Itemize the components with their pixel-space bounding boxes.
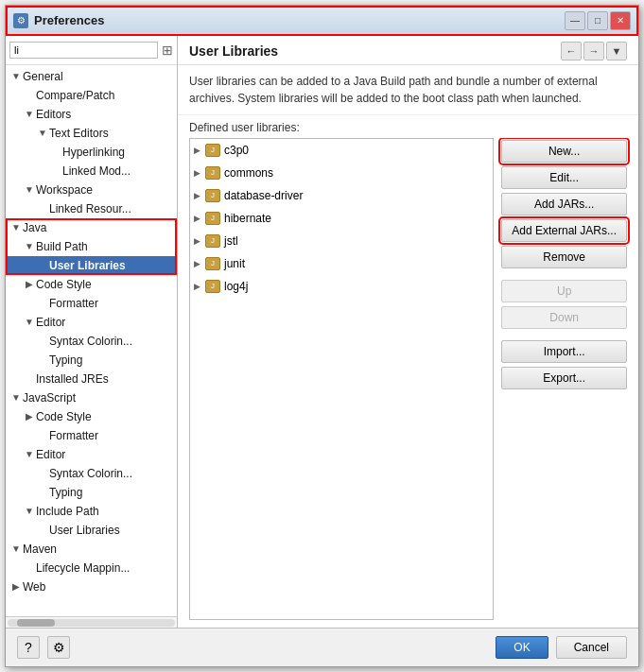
tree-item-web[interactable]: ▶ Web xyxy=(6,577,177,596)
tree-item-build-path[interactable]: ▼ Build Path xyxy=(6,237,177,256)
lib-name-commons: commons xyxy=(224,164,273,182)
tree-item-linked-mode[interactable]: Linked Mod... xyxy=(6,162,177,181)
window-title: Preferences xyxy=(34,13,104,27)
tree-item-js-user-libraries[interactable]: User Libraries xyxy=(6,521,177,540)
settings-icon-button[interactable]: ⚙ xyxy=(47,636,70,659)
ok-button[interactable]: OK xyxy=(496,636,548,659)
library-content: ▶ J c3p0 ▶ J commons ▶ J database-driver xyxy=(178,138,638,628)
tree-item-js-typing[interactable]: Typing xyxy=(6,483,177,502)
add-jars-button[interactable]: Add JARs... xyxy=(501,193,627,215)
tree-item-typing[interactable]: Typing xyxy=(6,351,177,370)
expander-js-editor[interactable]: ▼ xyxy=(23,446,36,463)
lib-expander-commons[interactable]: ▶ xyxy=(194,164,205,182)
expander-editor[interactable]: ▼ xyxy=(23,314,36,331)
tree-item-maven[interactable]: ▼ Maven xyxy=(6,540,177,559)
expander-javascript[interactable]: ▼ xyxy=(9,389,23,406)
add-external-jars-button[interactable]: Add External JARs... xyxy=(501,219,627,242)
tree-label-lifecycle-mapping: Lifecycle Mappin... xyxy=(36,560,130,577)
tree-item-javascript[interactable]: ▼ JavaScript xyxy=(6,388,177,407)
tree-item-include-path[interactable]: ▼ Include Path xyxy=(6,502,177,521)
maximize-button[interactable]: □ xyxy=(587,11,608,30)
expander-text-editors[interactable]: ▼ xyxy=(36,125,49,142)
expander-maven[interactable]: ▼ xyxy=(9,541,23,558)
tree-item-hyperlinking[interactable]: Hyperlinking xyxy=(6,143,177,162)
tree-label-build-path: Build Path xyxy=(36,238,88,255)
preferences-window: ⚙ Preferences — □ ✕ ⊞ ▼ General xyxy=(5,5,639,667)
left-panel: ⊞ ▼ General Compare/Patch xyxy=(6,36,178,628)
expander-java[interactable]: ▼ xyxy=(9,219,23,236)
minimize-button[interactable]: — xyxy=(565,11,585,30)
lib-row-jstl[interactable]: ▶ J jstl xyxy=(190,230,493,252)
tree-item-workspace[interactable]: ▼ Workspace xyxy=(6,181,177,199)
left-scrollbar[interactable] xyxy=(6,616,177,628)
lib-icon-database-driver: J xyxy=(205,189,220,202)
tree-label-include-path: Include Path xyxy=(36,503,99,520)
tree-item-syntax-coloring[interactable]: Syntax Colorin... xyxy=(6,332,177,351)
tree-item-general[interactable]: ▼ General xyxy=(6,67,177,86)
lib-expander-hibernate[interactable]: ▶ xyxy=(194,209,205,228)
lib-expander-junit[interactable]: ▶ xyxy=(194,254,205,273)
tree-item-js-code-style[interactable]: ▶ Code Style xyxy=(6,407,177,426)
expander-include-path[interactable]: ▼ xyxy=(23,503,36,520)
lib-row-junit[interactable]: ▶ J junit xyxy=(190,252,493,275)
new-button[interactable]: New... xyxy=(501,140,627,163)
nav-back-button[interactable]: ← xyxy=(561,42,582,60)
nav-dropdown-button[interactable]: ▼ xyxy=(606,42,627,60)
expander-build-path[interactable]: ▼ xyxy=(23,238,36,255)
tree-item-java[interactable]: ▼ Java xyxy=(6,218,177,237)
import-button[interactable]: Import... xyxy=(501,340,627,363)
expander-general[interactable]: ▼ xyxy=(9,68,23,85)
search-input[interactable] xyxy=(9,42,158,59)
tree-item-installed-jres[interactable]: Installed JREs xyxy=(6,370,177,388)
expander-editors[interactable]: ▼ xyxy=(23,106,36,123)
close-button[interactable]: ✕ xyxy=(610,11,631,30)
tree-item-editor[interactable]: ▼ Editor xyxy=(6,313,177,332)
tree-label-syntax-coloring: Syntax Colorin... xyxy=(49,333,132,350)
export-button[interactable]: Export... xyxy=(501,367,627,389)
remove-button[interactable]: Remove xyxy=(501,246,627,268)
tree-item-text-editors[interactable]: ▼ Text Editors xyxy=(6,124,177,143)
title-bar: ⚙ Preferences — □ ✕ xyxy=(6,6,638,36)
tree-label-typing: Typing xyxy=(49,352,82,369)
expander-js-code-style[interactable]: ▶ xyxy=(23,408,36,425)
tree-item-formatter[interactable]: Formatter xyxy=(6,294,177,313)
tree-item-js-editor[interactable]: ▼ Editor xyxy=(6,445,177,464)
expander-web[interactable]: ▶ xyxy=(9,578,23,595)
tree-item-linked-resources[interactable]: Linked Resour... xyxy=(6,199,177,218)
search-icon[interactable]: ⊞ xyxy=(162,43,173,58)
tree-label-js-formatter: Formatter xyxy=(49,427,98,444)
tree-label-editors: Editors xyxy=(36,106,71,123)
tree-item-lifecycle-mapping[interactable]: Lifecycle Mappin... xyxy=(6,559,177,577)
tree-item-js-formatter[interactable]: Formatter xyxy=(6,426,177,445)
up-button[interactable]: Up xyxy=(501,280,627,302)
lib-expander-jstl[interactable]: ▶ xyxy=(194,232,205,250)
down-button[interactable]: Down xyxy=(501,306,627,329)
tree-item-user-libraries[interactable]: User Libraries xyxy=(6,256,177,275)
tree-item-code-style[interactable]: ▶ Code Style xyxy=(6,275,177,294)
footer-right: OK Cancel xyxy=(496,636,627,659)
lib-name-log4j: log4j xyxy=(224,277,248,296)
lib-row-c3p0[interactable]: ▶ J c3p0 xyxy=(190,139,493,162)
nav-forward-button[interactable]: → xyxy=(583,42,604,60)
tree-item-compare-patch[interactable]: Compare/Patch xyxy=(6,86,177,105)
edit-button[interactable]: Edit... xyxy=(501,166,627,189)
lib-row-hibernate[interactable]: ▶ J hibernate xyxy=(190,207,493,230)
lib-row-commons[interactable]: ▶ J commons xyxy=(190,162,493,184)
right-panel: User Libraries ← → ▼ User libraries can … xyxy=(178,36,638,628)
tree-item-js-syntax[interactable]: Syntax Colorin... xyxy=(6,464,177,483)
lib-expander-c3p0[interactable]: ▶ xyxy=(194,141,205,160)
lib-row-log4j[interactable]: ▶ J log4j xyxy=(190,275,493,298)
tree-label-formatter: Formatter xyxy=(49,295,98,312)
cancel-button[interactable]: Cancel xyxy=(556,636,627,659)
lib-icon-c3p0: J xyxy=(205,144,220,157)
button-panel: New... Edit... Add JARs... Add External … xyxy=(501,138,627,620)
window-icon: ⚙ xyxy=(13,13,28,28)
help-button[interactable]: ? xyxy=(17,636,40,659)
tree-item-editors[interactable]: ▼ Editors xyxy=(6,105,177,124)
library-list[interactable]: ▶ J c3p0 ▶ J commons ▶ J database-driver xyxy=(189,138,494,620)
expander-code-style[interactable]: ▶ xyxy=(23,276,36,293)
lib-expander-log4j[interactable]: ▶ xyxy=(194,277,205,296)
lib-row-database-driver[interactable]: ▶ J database-driver xyxy=(190,184,493,207)
expander-workspace[interactable]: ▼ xyxy=(23,181,36,198)
lib-expander-database-driver[interactable]: ▶ xyxy=(194,186,205,205)
